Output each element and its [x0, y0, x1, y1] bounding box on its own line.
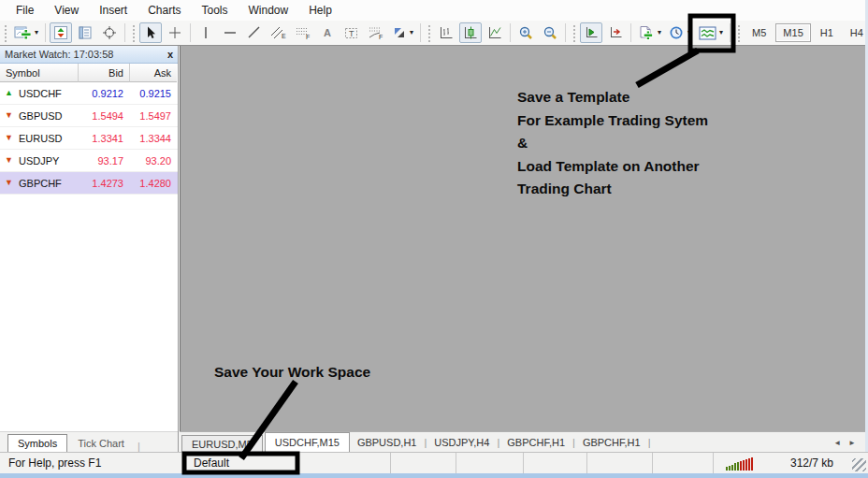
timeframe-m15[interactable]: M15 [775, 23, 810, 42]
cursor-button[interactable] [139, 22, 162, 43]
svg-text:F: F [379, 34, 383, 40]
chart-tab-usdchf-m15[interactable]: USDCHF,M15 [265, 432, 350, 452]
status-pane-empty [391, 453, 456, 473]
templates-button[interactable]: ▾ [696, 22, 726, 43]
toolbar-grip[interactable] [736, 23, 741, 42]
market-watch-titlebar: Market Watch: 17:03:58 x [0, 46, 178, 64]
equidistant-channel-button[interactable]: E [268, 22, 290, 43]
toolbar-separator [124, 23, 125, 42]
trendline-button[interactable] [243, 22, 266, 43]
tab-symbols[interactable]: Symbols [7, 434, 67, 452]
line-chart-icon [486, 25, 503, 40]
traffic-counter: 312/7 kb [790, 456, 833, 470]
text-button[interactable]: A [316, 22, 339, 43]
toolbar-grip[interactable] [571, 23, 576, 42]
new-chart-button[interactable]: ▾ [11, 22, 41, 43]
templates-icon [699, 26, 716, 40]
resize-grip-icon[interactable] [852, 458, 866, 471]
scroll-left-button[interactable]: ◄ [833, 439, 841, 447]
line-chart-button[interactable] [484, 22, 506, 43]
dropdown-arrow-icon: ▾ [658, 29, 661, 36]
zoom-out-icon [542, 25, 558, 40]
menu-view[interactable]: View [44, 1, 89, 20]
menu-help[interactable]: Help [298, 1, 342, 20]
chart-tab-eurusd-m5[interactable]: EURUSD,M5 [181, 435, 263, 452]
market-watch-rows: ▲USDCHF0.92120.9215▼GBPUSD1.54941.5497▼E… [0, 82, 178, 195]
menu-charts[interactable]: Charts [137, 1, 191, 20]
status-help-text: For Help, press F1 [0, 453, 183, 473]
toolbar-grip[interactable] [427, 23, 431, 42]
bid-value: 1.4273 [79, 178, 130, 189]
ask-value: 0.9215 [130, 88, 177, 99]
market-watch-row-eurusd[interactable]: ▼EURUSD1.33411.3344 [0, 127, 178, 150]
bid-value: 1.5494 [79, 110, 130, 122]
market-watch-row-usdjpy[interactable]: ▼USDJPY93.1793.20 [0, 150, 178, 172]
svg-text:E: E [282, 33, 286, 39]
chart-tab-usdjpy-h4[interactable]: USDJPY,H4 [427, 433, 497, 452]
zoom-out-button[interactable] [539, 22, 561, 43]
auto-scroll-button[interactable] [580, 22, 602, 43]
text-label-button[interactable]: T [340, 22, 363, 43]
market-watch-row-usdchf[interactable]: ▲USDCHF0.92120.9215 [0, 82, 178, 105]
scroll-right-button[interactable]: ► [848, 439, 856, 447]
navigator-button[interactable] [74, 22, 96, 43]
market-watch-title: Market Watch: 17:03:58 [5, 49, 113, 60]
chart-tab-gbpchf-h1[interactable]: GBPCHF,H1 [575, 433, 648, 452]
fibonacci-fan-button[interactable]: F [365, 22, 387, 43]
vertical-line-button[interactable] [195, 22, 217, 43]
price-down-arrow-icon: ▼ [5, 156, 14, 165]
symbol-cell: ▼GBPUSD [0, 110, 79, 122]
bar-chart-button[interactable] [435, 22, 457, 43]
timeframe-m5[interactable]: M5 [745, 23, 774, 42]
cursor-icon [143, 25, 158, 40]
zoom-in-button[interactable] [514, 22, 537, 43]
market-watch-panel: Market Watch: 17:03:58 x SymbolBidAsk ▲U… [0, 46, 179, 452]
chart-shift-button[interactable] [604, 22, 627, 43]
market-watch-icon [53, 25, 68, 40]
status-connection-pane: 312/7 kb [714, 453, 868, 473]
horizontal-line-button[interactable] [219, 22, 241, 43]
chart-tab-gbpusd-h1[interactable]: GBPUSD,H1 [350, 433, 425, 452]
svg-text:A: A [324, 27, 331, 38]
chart-tab-gbpchf-h1[interactable]: GBPCHF,H1 [499, 433, 572, 452]
menu-file[interactable]: File [6, 1, 44, 20]
menu-insert[interactable]: Insert [89, 1, 137, 20]
column-header-symbol[interactable]: Symbol [0, 64, 79, 82]
price-down-arrow-icon: ▼ [5, 134, 14, 142]
timeframe-h1[interactable]: H1 [813, 23, 841, 42]
status-profile-name[interactable]: Default [183, 453, 391, 473]
menu-tools[interactable]: Tools [192, 1, 239, 20]
menu-window[interactable]: Window [239, 1, 299, 20]
symbol-label: USDCHF [19, 88, 62, 99]
close-icon[interactable]: x [167, 49, 173, 60]
data-window-button[interactable] [98, 22, 121, 43]
new-order-icon [638, 25, 655, 40]
equidistant-channel-icon: E [270, 25, 287, 40]
toolbar-grip[interactable] [3, 23, 7, 42]
toolbar-grip[interactable] [131, 23, 136, 42]
toolbar-separator [45, 23, 46, 42]
crosshair-button[interactable] [164, 22, 186, 43]
column-header-ask[interactable]: Ask [130, 64, 177, 82]
market-watch-row-gbpusd[interactable]: ▼GBPUSD1.54941.5497 [0, 105, 178, 127]
fibonacci-retracement-icon: F [295, 25, 311, 40]
new-chart-icon [14, 25, 32, 40]
market-watch-row-gbpchf[interactable]: ▼GBPCHF1.42731.4280 [0, 172, 178, 195]
market-watch-button[interactable] [50, 22, 72, 43]
dropdown-arrow-icon: ▾ [687, 29, 691, 36]
tab-tick-chart[interactable]: Tick Chart [67, 434, 135, 452]
status-pane-empty [653, 453, 714, 473]
toolbar-separator [565, 23, 566, 42]
chart-shift-icon [607, 25, 624, 40]
fibonacci-retracement-button[interactable]: F [292, 22, 314, 43]
status-pane-empty [587, 453, 653, 473]
periods-button[interactable]: ▾ [666, 22, 694, 43]
new-order-button[interactable]: ▾ [635, 22, 664, 43]
bid-value: 93.17 [79, 155, 130, 167]
candlestick-chart-button[interactable] [459, 22, 482, 43]
timeframe-h4[interactable]: H4 [843, 23, 868, 42]
candlestick-chart-icon [462, 25, 479, 40]
toolbar: ▾EFATF▾▾▾▾M5M15H1H4 [0, 21, 868, 46]
arrows-button[interactable]: ▾ [389, 22, 416, 43]
column-header-bid[interactable]: Bid [79, 64, 130, 82]
